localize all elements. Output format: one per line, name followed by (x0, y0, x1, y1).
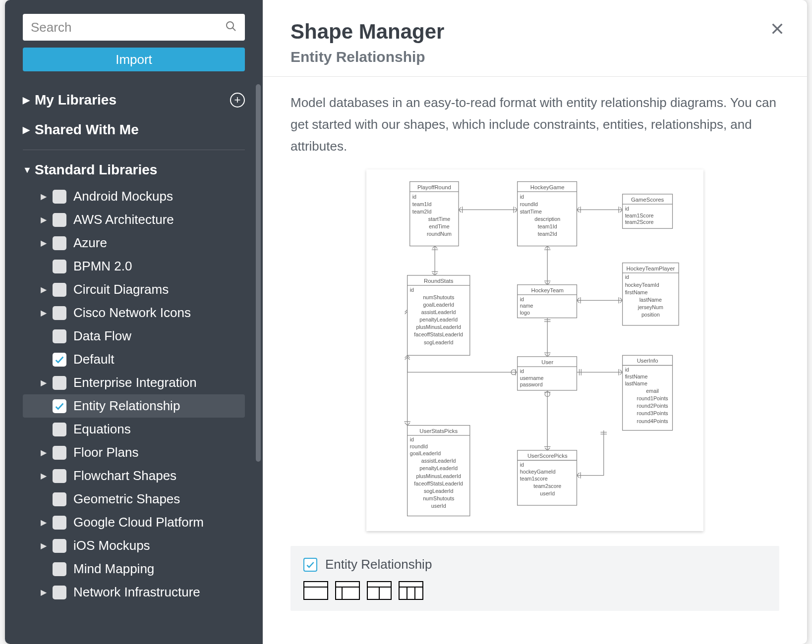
svg-text:UserStatsPicks: UserStatsPicks (419, 428, 458, 433)
svg-text:roundNum: roundNum (427, 231, 452, 237)
scrollbar[interactable] (256, 84, 261, 639)
library-checkbox[interactable] (53, 329, 66, 343)
er-shape-3[interactable] (367, 581, 392, 600)
library-checkbox[interactable] (53, 423, 66, 436)
library-item[interactable]: ▶Entity Relationship (23, 394, 245, 418)
svg-text:assistLeaderId: assistLeaderId (421, 458, 456, 464)
library-item[interactable]: ▶Mind Mapping (23, 557, 245, 581)
scrollbar-thumb[interactable] (256, 84, 261, 462)
search-input[interactable] (23, 14, 245, 41)
svg-text:id: id (412, 193, 416, 199)
library-item[interactable]: ▶Cisco Network Icons (23, 301, 245, 324)
section-shared[interactable]: ▶ Shared With Me (23, 115, 245, 145)
svg-rect-119 (336, 582, 359, 599)
library-checkbox[interactable] (53, 399, 66, 413)
section-my-libraries[interactable]: ▶ My Libraries + (23, 85, 245, 115)
library-label: Google Cloud Platform (73, 515, 204, 530)
library-checkbox[interactable] (303, 558, 317, 572)
library-checkbox[interactable] (53, 283, 66, 297)
entity-user-score-picks: UserScorePicks id hockeyGameId team1scor… (518, 450, 577, 505)
svg-text:UserInfo: UserInfo (637, 358, 658, 364)
library-item[interactable]: ▶Enterprise Integration (23, 371, 245, 394)
er-shape-4[interactable] (399, 581, 423, 600)
library-checkbox[interactable] (53, 492, 66, 506)
library-checkbox[interactable] (53, 213, 66, 227)
library-checkbox[interactable] (53, 516, 66, 530)
er-shape-1[interactable] (303, 581, 328, 600)
svg-text:numShutouts: numShutouts (423, 495, 454, 501)
library-item[interactable]: ▶Flowchart Shapes (23, 464, 245, 487)
add-library-icon[interactable]: + (230, 93, 245, 107)
library-item[interactable]: ▶Network Infrastructure (23, 581, 245, 604)
svg-text:penaltyLeaderId: penaltyLeaderId (419, 465, 458, 471)
library-item[interactable]: ▶Data Flow (23, 324, 245, 348)
sidebar-scroll[interactable]: ▶ My Libraries + ▶ Shared With Me ▼ Stan… (5, 80, 263, 644)
svg-text:team1Score: team1Score (625, 212, 654, 218)
library-checkbox[interactable] (53, 236, 66, 250)
close-button[interactable] (769, 19, 785, 41)
library-checkbox[interactable] (53, 376, 66, 390)
import-button[interactable]: Import (23, 48, 245, 71)
section-label: My Libraries (35, 92, 116, 108)
library-item[interactable]: ▶Equations (23, 418, 245, 441)
library-item[interactable]: ▶AWS Architecture (23, 208, 245, 231)
library-label: Android Mockups (73, 189, 173, 204)
library-card: Entity Relationship (290, 546, 779, 611)
library-item[interactable]: ▶Circuit Diagrams (23, 278, 245, 301)
svg-text:numShutouts: numShutouts (423, 294, 454, 300)
svg-text:plusMinusLeaderId: plusMinusLeaderId (416, 324, 461, 330)
section-standard[interactable]: ▼ Standard Libraries (23, 155, 245, 185)
svg-text:position: position (641, 312, 660, 318)
divider (23, 150, 245, 150)
svg-text:id: id (520, 193, 524, 199)
library-checkbox[interactable] (53, 446, 66, 460)
svg-text:description: description (534, 216, 560, 222)
library-checkbox[interactable] (53, 260, 66, 273)
svg-text:round1Points: round1Points (637, 395, 668, 401)
library-checkbox[interactable] (53, 353, 66, 367)
svg-text:team2score: team2score (533, 483, 561, 488)
svg-text:userId: userId (540, 490, 555, 496)
caret-right-icon: ▶ (38, 518, 50, 527)
library-checkbox[interactable] (53, 562, 66, 576)
entity-user-info: UserInfo id firstName lastName email rou… (623, 355, 673, 430)
svg-text:faceoffStatsLeaderId: faceoffStatsLeaderId (414, 331, 463, 337)
svg-text:team2Id: team2Id (538, 231, 557, 237)
library-item[interactable]: ▶Floor Plans (23, 441, 245, 464)
library-item[interactable]: ▶Azure (23, 231, 245, 255)
library-checkbox[interactable] (53, 539, 66, 553)
main-header: Shape Manager Entity Relationship (263, 0, 807, 77)
library-checkbox[interactable] (53, 469, 66, 483)
library-item[interactable]: ▶Default (23, 348, 245, 371)
entity-user: User id username password (518, 356, 577, 390)
svg-text:id: id (625, 367, 629, 373)
svg-text:team1Id: team1Id (538, 223, 557, 229)
library-item[interactable]: ▶Geometric Shapes (23, 487, 245, 511)
svg-text:id: id (625, 205, 629, 211)
library-item[interactable]: ▶BPMN 2.0 (23, 255, 245, 278)
svg-text:id: id (625, 274, 629, 280)
svg-text:startTime: startTime (428, 216, 450, 222)
library-label: Floor Plans (73, 445, 139, 460)
svg-text:lastName: lastName (639, 296, 662, 302)
svg-text:plusMinusLeaderId: plusMinusLeaderId (416, 473, 461, 479)
page-title: Shape Manager (290, 20, 779, 44)
svg-text:sogLeaderId: sogLeaderId (424, 339, 454, 345)
entity-round-stats: RoundStats id numShutouts goalLeaderId a… (407, 275, 470, 355)
library-checkbox[interactable] (53, 306, 66, 320)
library-checkbox[interactable] (53, 586, 66, 599)
er-shape-2[interactable] (335, 581, 360, 600)
caret-right-icon: ▶ (38, 541, 50, 550)
library-item[interactable]: ▶Google Cloud Platform (23, 511, 245, 534)
caret-right-icon: ▶ (23, 124, 35, 135)
svg-text:penaltyLeaderId: penaltyLeaderId (419, 317, 458, 322)
main-body: Model databases in an easy-to-read forma… (263, 77, 807, 626)
library-checkbox[interactable] (53, 190, 66, 204)
library-label: AWS Architecture (73, 212, 174, 227)
library-label: iOS Mockups (73, 538, 150, 553)
library-item[interactable]: ▶iOS Mockups (23, 534, 245, 557)
svg-text:id: id (410, 436, 414, 442)
caret-right-icon: ▶ (38, 285, 50, 294)
library-item[interactable]: ▶Android Mockups (23, 185, 245, 208)
svg-text:UserScorePicks: UserScorePicks (527, 453, 568, 459)
